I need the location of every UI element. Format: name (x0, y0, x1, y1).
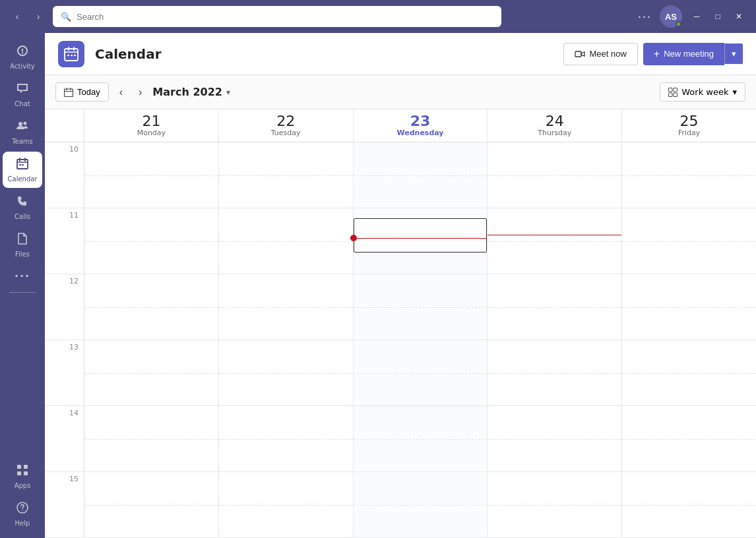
days-area: 21 Monday 22 Tuesday 23 Wednesday 24 Thu… (84, 109, 756, 538)
svg-rect-3 (19, 164, 21, 165)
day-col-thu[interactable] (488, 142, 622, 538)
hour-row-14-fri[interactable] (622, 406, 756, 472)
sidebar-item-calls[interactable]: Calls (3, 189, 42, 225)
hour-row-15-mon[interactable] (84, 472, 218, 538)
hour-row-13-tue[interactable] (219, 340, 353, 406)
day-header-wed: 23 Wednesday (354, 109, 488, 142)
next-week-button[interactable]: › (133, 84, 147, 101)
day-col-mon[interactable] (84, 142, 219, 538)
new-meeting-button[interactable]: + New meeting ▾ (643, 43, 743, 65)
month-selector[interactable]: March 2022 ▾ (152, 86, 230, 98)
activity-icon (16, 44, 29, 61)
search-bar: 🔍 (53, 6, 501, 27)
activity-label: Activity (10, 63, 34, 70)
hour-row-13-fri[interactable] (622, 340, 756, 406)
hour-row-10-mon[interactable] (84, 142, 218, 208)
hour-row-13-thu[interactable] (488, 340, 621, 406)
day-number-24: 24 (546, 114, 564, 129)
hour-row-15-tue[interactable] (219, 472, 353, 538)
hour-row-11-fri[interactable] (622, 208, 756, 274)
sidebar-item-activity[interactable]: Activity (3, 39, 42, 75)
forward-button[interactable]: › (29, 7, 47, 26)
more-options-button[interactable]: ··· (635, 10, 654, 24)
svg-rect-6 (24, 465, 28, 469)
search-icon: 🔍 (61, 12, 71, 22)
day-col-fri[interactable] (622, 142, 756, 538)
calendar-sidebar-label: Calendar (8, 175, 38, 183)
calendar-small-icon (64, 88, 73, 97)
hour-row-12-tue[interactable] (219, 274, 353, 340)
today-button[interactable]: Today (55, 82, 109, 102)
hour-row-13-mon[interactable] (84, 340, 218, 406)
hour-row-10-tue[interactable] (219, 142, 353, 208)
sidebar-item-files[interactable]: Files (3, 227, 42, 263)
hour-row-10-fri[interactable] (622, 142, 756, 208)
month-chevron-icon: ▾ (226, 88, 230, 97)
prev-week-button[interactable]: ‹ (114, 84, 128, 101)
day-name-wed: Wednesday (396, 129, 443, 137)
avatar-button[interactable]: AS (660, 5, 682, 28)
presence-indicator (676, 21, 681, 27)
hour-row-15-fri[interactable] (622, 472, 756, 538)
days-grid[interactable] (84, 142, 756, 538)
calls-label: Calls (15, 213, 30, 220)
day-header-mon: 21 Monday (84, 109, 219, 142)
view-selector[interactable]: Work week ▾ (660, 82, 745, 102)
sidebar-item-apps[interactable]: Apps (3, 458, 42, 494)
sidebar-item-help[interactable]: Help (3, 496, 42, 532)
calendar-content: Calendar Meet now + New meeting ▾ (45, 33, 756, 538)
hour-row-11-thu[interactable] (488, 208, 621, 274)
svg-rect-12 (67, 55, 69, 56)
hour-row-15-wed[interactable] (354, 472, 488, 538)
hour-row-12-thu[interactable] (488, 274, 621, 340)
close-button[interactable]: ✕ (730, 7, 748, 26)
hour-row-12-wed[interactable] (354, 274, 488, 340)
minimize-button[interactable]: ─ (687, 7, 706, 26)
day-col-tue[interactable] (219, 142, 354, 538)
time-column: 10 11 12 13 14 15 (45, 109, 84, 538)
main-layout: Activity Chat Teams Calendar Calls (0, 33, 756, 538)
svg-rect-18 (674, 88, 677, 92)
chat-icon (16, 82, 29, 98)
view-icon (668, 88, 677, 97)
maximize-button[interactable]: □ (709, 7, 727, 26)
hour-row-12-mon[interactable] (84, 274, 218, 340)
time-slot-12: 12 (45, 274, 84, 340)
apps-label: Apps (15, 482, 31, 489)
svg-point-1 (24, 122, 27, 125)
chat-label: Chat (15, 100, 30, 107)
svg-rect-13 (71, 55, 73, 56)
day-number-25: 25 (680, 114, 699, 129)
svg-rect-4 (22, 164, 24, 165)
sidebar-item-more[interactable]: ··· (3, 264, 42, 287)
day-col-wed[interactable] (354, 142, 488, 538)
hour-row-11-tue[interactable] (219, 208, 353, 274)
back-button[interactable]: ‹ (8, 7, 26, 26)
hour-row-14-wed[interactable] (354, 406, 488, 472)
hour-row-11-mon[interactable] (84, 208, 218, 274)
day-header-tue: 22 Tuesday (219, 109, 354, 142)
hour-row-15-thu[interactable] (488, 472, 621, 538)
hour-row-12-fri[interactable] (622, 274, 756, 340)
new-meeting-chevron[interactable]: ▾ (724, 44, 743, 64)
sidebar-item-chat[interactable]: Chat (3, 76, 42, 113)
day-name-mon: Monday (137, 129, 166, 137)
sidebar-item-teams[interactable]: Teams (3, 114, 42, 150)
sidebar-item-calendar[interactable]: Calendar (3, 152, 42, 188)
meet-now-button[interactable]: Meet now (563, 43, 637, 65)
hour-row-14-tue[interactable] (219, 406, 353, 472)
day-number-21: 21 (142, 114, 160, 129)
hour-row-10-thu[interactable] (488, 142, 621, 208)
new-meeting-main[interactable]: + New meeting (643, 43, 724, 65)
time-slots: 10 11 12 13 14 15 (45, 142, 84, 538)
search-input[interactable] (77, 12, 493, 22)
files-label: Files (15, 251, 30, 258)
hour-row-10-wed[interactable] (354, 142, 488, 208)
hour-row-14-mon[interactable] (84, 406, 218, 472)
hour-row-14-thu[interactable] (488, 406, 621, 472)
nav-buttons: ‹ › (8, 7, 47, 26)
sidebar-divider (9, 292, 36, 293)
event-box[interactable] (354, 218, 488, 253)
hour-row-13-wed[interactable] (354, 340, 488, 406)
day-name-thu: Thursday (538, 129, 571, 137)
